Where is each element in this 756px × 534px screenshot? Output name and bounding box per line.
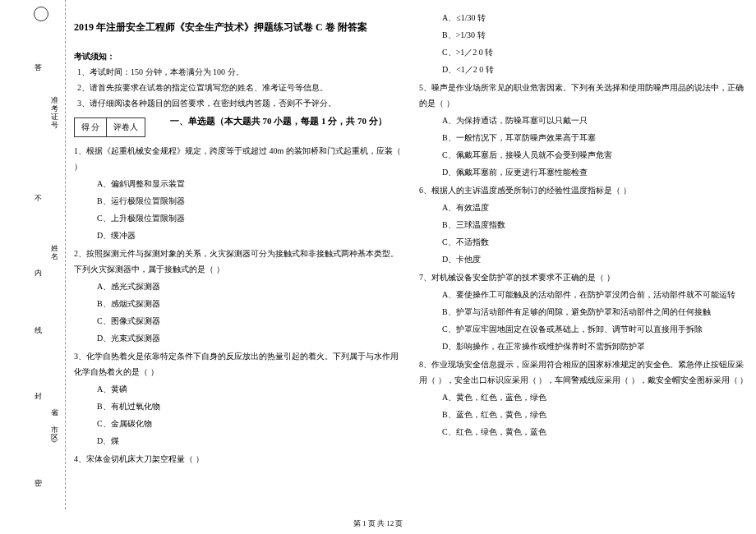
label-inner: 内 <box>33 263 44 269</box>
label-no: 不 <box>33 189 44 196</box>
column-right: A、≤1/30 转 B、>1/30 转 C、>1／2 0 转 D、<1／2 0 … <box>419 8 748 509</box>
q6-opt-b: B、三球温度指数 <box>419 217 748 232</box>
q2-stem: 2、按照探测元件与探测对象的关系，火灾探测器可分为接触式和非接触式两种基本类型。… <box>74 246 403 277</box>
notice-item-2: 2、请首先按要求在试卷的指定位置填写您的姓名、准考证号等信息。 <box>74 80 403 95</box>
q5-opt-c: C、佩戴耳塞后，接噪人员就不会受到噪声危害 <box>419 147 748 163</box>
q7-opt-d: D、影响操作，在正常操作或维护保养时不需拆卸防护罩 <box>419 338 748 354</box>
content-area: 2019 年注册安全工程师《安全生产技术》押题练习试卷 C 卷 附答案 考试须知… <box>74 8 748 509</box>
q3-opt-b: B、有机过氧化物 <box>74 398 403 414</box>
q4-opt-a: A、≤1/30 转 <box>419 10 748 25</box>
q6-opt-c: C、不适指数 <box>419 234 748 250</box>
label-seal: 封 <box>33 386 44 393</box>
paper-title: 2019 年注册安全工程师《安全生产技术》押题练习试卷 C 卷 附答案 <box>74 18 403 37</box>
notice-item-3: 3、请仔细阅读各种题目的回答要求，在密封线内答题，否则不予评分。 <box>74 95 403 111</box>
notice-item-1: 1、考试时间：150 分钟，本卷满分为 100 分。 <box>74 64 403 80</box>
score-label: 得 分 <box>75 118 107 136</box>
q4-stem: 4、宋体金切机床大刀架空程量（ ） <box>74 451 403 467</box>
label-answer: 答 <box>33 58 44 64</box>
q1-stem: 1、根据《起重机械安全规程》规定，跨度等于或超过 40m 的装卸桥和门式起重机，… <box>74 143 403 174</box>
column-left: 2019 年注册安全工程师《安全生产技术》押题练习试卷 C 卷 附答案 考试须知… <box>74 8 403 509</box>
q1-opt-b: B、运行极限位置限制器 <box>74 193 403 209</box>
q2-opt-a: A、感光式探测器 <box>74 279 403 294</box>
q2-opt-c: C、图像式探测器 <box>74 313 403 329</box>
q1-opt-a: A、偏斜调整和显示装置 <box>74 176 403 191</box>
q8-stem: 8、作业现场安全信息提示，应采用符合相应的国家标准规定的安全色。紧急停止按钮应采… <box>419 357 748 388</box>
q4-opt-c: C、>1／2 0 转 <box>419 44 748 60</box>
q8-opt-a: A、黄色，红色，蓝色，绿色 <box>419 389 748 405</box>
label-secret: 密 <box>33 472 44 479</box>
q2-opt-d: D、光束式探测器 <box>74 330 403 346</box>
q3-opt-c: C、金属碳化物 <box>74 416 403 431</box>
page-footer: 第 1 页 共 12 页 <box>0 518 756 529</box>
q4-opt-d: D、<1／2 0 转 <box>419 62 748 77</box>
grader-label: 评卷人 <box>107 118 145 136</box>
label-ticket: 准考证号 <box>49 90 60 123</box>
q7-stem: 7、对机械设备安全防护罩的技术要求不正确的是（ ） <box>419 269 748 285</box>
q7-opt-c: C、护罩应牢固地固定在设备或基础上，拆卸、调节时可以直接用手拆除 <box>419 321 748 337</box>
q6-opt-d: D、卡他度 <box>419 251 748 267</box>
q5-stem: 5、噪声是作业场所常见的职业危害因素。下列有关选择和使用防噪声用品的说法中，正确… <box>419 80 748 111</box>
q6-stem: 6、根据人的主诉温度感受所制订的经验性温度指标是（ ） <box>419 182 748 198</box>
score-box: 得 分 评卷人 <box>74 117 145 137</box>
q3-stem: 3、化学自热着火是依靠特定条件下自身的反应放出的热量引起的着火。下列属于与水作用… <box>74 348 403 380</box>
label-province: 省（市区） <box>49 403 60 444</box>
binding-margin: 答 准考证号 不 姓名 内 线 封 省（市区） 密 <box>0 0 66 509</box>
notice-heading: 考试须知： <box>74 48 403 64</box>
label-line: 线 <box>33 320 44 327</box>
q6-opt-a: A、有效温度 <box>419 200 748 215</box>
label-name: 姓名 <box>49 238 60 255</box>
q5-opt-a: A、为保持通话，防噪耳塞可以只戴一只 <box>419 113 748 128</box>
q1-opt-c: C、上升极限位置限制器 <box>74 210 403 226</box>
q7-opt-b: B、护罩与活动部件有足够的间隙，避免防护罩和活动部件之间的任何接触 <box>419 304 748 320</box>
q3-opt-d: D、煤 <box>74 433 403 449</box>
q8-opt-c: C、红色，绿色，黄色，蓝色 <box>419 424 748 440</box>
section-header-row: 得 分 评卷人 一、单选题（本大题共 70 小题，每题 1 分，共 70 分） <box>74 111 403 140</box>
q5-opt-b: B、一般情况下，耳罩防噪声效果高于耳塞 <box>419 130 748 145</box>
q5-opt-d: D、佩戴耳塞前，应更进行耳塞性能检查 <box>419 164 748 180</box>
q7-opt-a: A、要使操作工可能触及的活动部件，在防护罩没闭合前，活动部件就不可能运转 <box>419 287 748 302</box>
q4-opt-b: B、>1/30 转 <box>419 27 748 43</box>
q1-opt-d: D、缓冲器 <box>74 228 403 243</box>
binding-circle <box>34 7 48 21</box>
q8-opt-b: B、蓝色，红色，黄色，绿色 <box>419 407 748 422</box>
q2-opt-b: B、感烟式探测器 <box>74 296 403 311</box>
q3-opt-a: A、黄磷 <box>74 381 403 397</box>
section-title: 一、单选题（本大题共 70 小题，每题 1 分，共 70 分） <box>154 113 403 130</box>
